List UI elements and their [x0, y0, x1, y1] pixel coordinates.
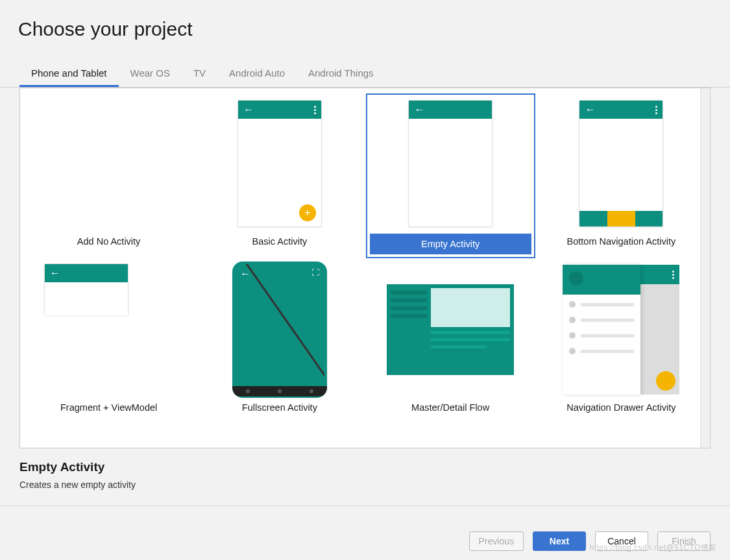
template-bottom-navigation-activity[interactable]: Bottom Navigation Activity: [537, 93, 706, 258]
fab-icon: [656, 371, 675, 391]
back-arrow-icon: [240, 268, 250, 280]
preview-bottom-navigation: [556, 97, 686, 230]
kebab-icon: [655, 106, 657, 114]
template-label: Master/Detail Flow: [370, 396, 531, 418]
previous-button: Previous: [469, 531, 524, 551]
scrollbar[interactable]: [700, 88, 711, 448]
preview-master-detail: [385, 263, 515, 396]
template-label: Fragment + ViewModel: [28, 396, 189, 418]
wizard-buttons: Previous Next Cancel Finish: [469, 531, 711, 551]
template-label: Basic Activity: [199, 230, 360, 252]
template-label: Navigation Drawer Activity: [541, 396, 702, 418]
finish-button: Finish: [657, 531, 711, 551]
detail-panel: Empty Activity Creates a new empty activ…: [0, 448, 730, 494]
bottom-nav-icon: [579, 211, 663, 226]
next-button[interactable]: Next: [533, 531, 586, 551]
preview-fullscreen: ⛶: [215, 263, 345, 396]
preview-basic-activity: +: [215, 97, 345, 230]
expand-icon: ⛶: [311, 268, 319, 280]
detail-description: Creates a new empty activity: [19, 480, 711, 490]
back-arrow-icon: [243, 104, 254, 116]
kebab-icon: [314, 106, 316, 114]
preview-add-no-activity: [44, 97, 174, 230]
tab-android-auto[interactable]: Android Auto: [217, 61, 297, 87]
back-arrow-icon: [50, 267, 60, 279]
template-fragment-viewmodel[interactable]: Fragment + ViewModel: [24, 260, 193, 422]
tab-bar: Phone and Tablet Wear OS TV Android Auto…: [0, 61, 730, 88]
template-label: Empty Activity: [370, 234, 531, 254]
avatar-icon: [569, 271, 583, 286]
tab-android-things[interactable]: Android Things: [297, 61, 385, 87]
preview-navigation-drawer: [556, 263, 686, 396]
template-navigation-drawer-activity[interactable]: Navigation Drawer Activity: [537, 260, 706, 422]
page-title: Choose your project: [0, 0, 730, 49]
detail-title: Empty Activity: [19, 460, 711, 474]
template-label: Bottom Navigation Activity: [541, 230, 702, 252]
tab-wear-os[interactable]: Wear OS: [119, 61, 182, 87]
template-fullscreen-activity[interactable]: ⛶ Fullscreen Activity: [195, 260, 364, 422]
template-empty-activity[interactable]: Empty Activity: [366, 93, 535, 258]
template-label: Add No Activity: [28, 230, 189, 252]
tab-tv[interactable]: TV: [182, 61, 217, 87]
tablet-icon: [387, 284, 514, 375]
back-arrow-icon: [585, 104, 595, 116]
preview-fragment-viewmodel: [44, 263, 174, 396]
kebab-icon: [672, 271, 674, 279]
template-basic-activity[interactable]: + Basic Activity: [195, 93, 364, 258]
template-add-no-activity[interactable]: Add No Activity: [24, 93, 193, 258]
tab-phone-and-tablet[interactable]: Phone and Tablet: [19, 61, 119, 87]
template-label: Fullscreen Activity: [199, 396, 360, 418]
divider: [0, 505, 730, 506]
template-master-detail-flow[interactable]: Master/Detail Flow: [366, 260, 535, 422]
template-gallery: Add No Activity + Basic Activity: [19, 88, 711, 448]
preview-empty-activity: [385, 97, 515, 230]
back-arrow-icon: [414, 104, 424, 116]
fab-icon: +: [299, 204, 316, 221]
cancel-button[interactable]: Cancel: [595, 531, 648, 551]
